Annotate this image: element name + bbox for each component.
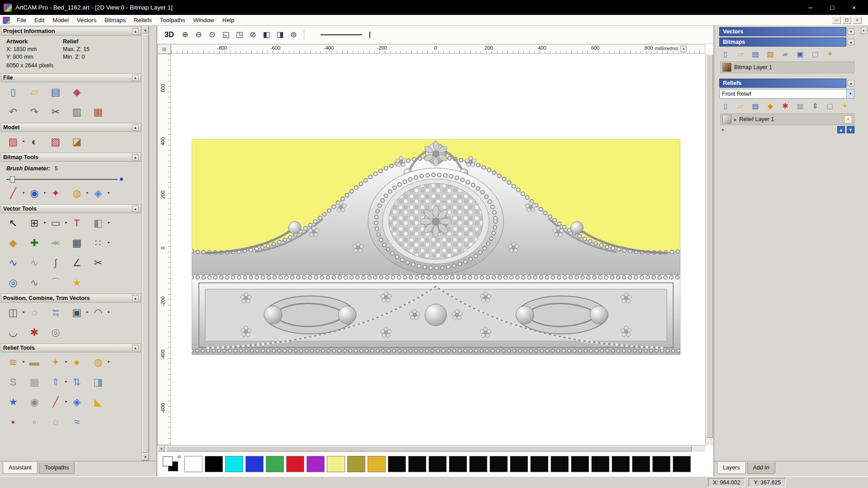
edit-colours-icon[interactable]: ▣	[795, 49, 806, 60]
collapse-section-icon[interactable]: ▲	[132, 295, 139, 301]
menu-item[interactable]: File	[13, 15, 30, 25]
zoom-box-icon[interactable]: ◱	[220, 29, 231, 41]
create-text-icon[interactable]: T	[69, 216, 85, 231]
create-ring-icon[interactable]: ◎	[5, 275, 21, 291]
line-width-widget[interactable]	[321, 32, 370, 38]
relief-select[interactable]: Front Relief ▼	[719, 89, 854, 99]
paint-brush-icon[interactable]: ╱▸	[5, 186, 21, 201]
flyout-arrow-icon[interactable]: ▸	[44, 191, 46, 195]
menu-item[interactable]: Edit	[30, 15, 48, 25]
primary-colour[interactable]	[163, 456, 173, 466]
mdi-minimize-button[interactable]: ─	[832, 16, 841, 24]
layer-visibility-bulb-icon[interactable]: ✦	[844, 115, 852, 123]
canvas-vertical-scrollbar[interactable]	[705, 54, 713, 445]
angled-plane-icon[interactable]: ◣	[90, 394, 106, 410]
palette-swatch-11[interactable]	[408, 456, 426, 472]
mdi-close-button[interactable]: ×	[853, 16, 862, 24]
center-in-page-icon[interactable]: ◌	[27, 305, 42, 320]
collapse-section-icon[interactable]: ▲	[132, 154, 139, 160]
save-bitmap-icon[interactable]: ▤	[750, 49, 761, 60]
maximize-button[interactable]: □	[822, 1, 843, 14]
palette-swatch-2[interactable]	[225, 456, 243, 472]
scrollbar-thumb[interactable]	[706, 55, 713, 438]
open-bitmap-icon[interactable]: ▱	[735, 49, 746, 60]
wrap-vectors-icon[interactable]: ◆	[5, 235, 21, 251]
adjust-model-icon[interactable]: ◐	[27, 134, 42, 150]
select-vectors-icon[interactable]: ↖	[5, 216, 21, 231]
palette-swatch-21[interactable]	[612, 456, 630, 472]
menu-item[interactable]: Help	[218, 15, 239, 25]
palette-swatch-24[interactable]	[673, 456, 691, 472]
fit-arcs-icon[interactable]: ∠	[69, 255, 85, 271]
palette-swatch-0[interactable]	[184, 456, 203, 472]
snap-grid-icon[interactable]: ∷▸	[90, 235, 106, 251]
new-relief-icon[interactable]: ▯	[720, 101, 731, 112]
mdi-restore-button[interactable]: ⊡	[842, 16, 851, 24]
flyout-arrow-icon[interactable]: ▸	[23, 360, 25, 364]
tab-add-in[interactable]: Add In	[747, 462, 775, 474]
brush-diameter-slider[interactable]	[6, 176, 136, 183]
greyscale-relief-icon[interactable]: ▦	[795, 101, 806, 112]
import-export-icon[interactable]: ◆	[69, 84, 85, 100]
new-model-icon[interactable]: ▯	[5, 84, 21, 100]
sketch-polyline-icon[interactable]: ∿	[27, 275, 42, 291]
palette-swatch-7[interactable]	[327, 456, 345, 472]
move-layer-up-icon[interactable]: ▲	[837, 126, 845, 133]
collapse-section-icon[interactable]: ▲	[132, 124, 139, 131]
weld-vectors-icon[interactable]: ◡	[5, 325, 21, 340]
expander-icon[interactable]: ▸	[734, 117, 736, 122]
scale-relief-icon[interactable]: ⇕	[810, 101, 821, 112]
flyout-arrow-icon[interactable]: ▸	[108, 310, 110, 314]
add-draft-icon[interactable]: ▨	[48, 134, 63, 150]
weave-wizard-icon[interactable]: ▦	[27, 375, 42, 390]
extra-relief-tool-1-icon[interactable]: ▪	[5, 414, 21, 430]
tab-toolpaths[interactable]: Toolpaths	[39, 462, 75, 474]
create-rectangle-icon[interactable]: ▭▸	[48, 216, 63, 231]
bitmap-layer-name[interactable]: Bitmap Layer 1	[734, 64, 772, 70]
open-file-icon[interactable]: ▱	[27, 84, 42, 100]
collapse-section-icon[interactable]: ▲	[132, 206, 139, 212]
menu-item[interactable]: Bitmaps	[100, 15, 130, 25]
zoom-previous-icon[interactable]: ⊘	[247, 29, 259, 41]
zoom-100-icon[interactable]: ⊚	[288, 29, 299, 41]
flyout-arrow-icon[interactable]: ▸	[108, 221, 110, 225]
flyout-arrow-icon[interactable]: ▸	[108, 360, 110, 364]
zoom-object-icon[interactable]: ⊙	[206, 29, 218, 41]
sculpt-icon[interactable]: ▬	[27, 355, 42, 370]
relief-layer-name[interactable]: Relief Layer 1	[739, 116, 774, 122]
palette-swatch-16[interactable]	[510, 456, 528, 472]
palette-swatch-19[interactable]	[571, 456, 589, 472]
star-relief-icon[interactable]: ★	[5, 394, 21, 410]
zoom-in-icon[interactable]: ⊕	[179, 29, 191, 41]
menu-item[interactable]: Reliefs	[130, 15, 156, 25]
open-relief-icon[interactable]: ▱	[735, 101, 746, 112]
swirl-relief-icon[interactable]: ◉	[27, 394, 42, 410]
palette-swatch-6[interactable]	[307, 456, 325, 472]
menu-item[interactable]: Model	[48, 15, 72, 25]
reduce-colours-icon[interactable]: ◈▸	[90, 186, 106, 201]
drawing-canvas[interactable]	[171, 54, 705, 445]
palette-swatch-3[interactable]	[245, 456, 264, 472]
palette-swatch-8[interactable]	[347, 456, 365, 472]
menu-item[interactable]: Toolpaths	[156, 15, 189, 25]
palette-swatch-5[interactable]	[286, 456, 304, 472]
collapse-bitmaps-icon[interactable]: ▲	[848, 39, 854, 45]
palette-swatch-22[interactable]	[632, 456, 650, 472]
scroll-up-icon[interactable]: ▲	[142, 26, 149, 33]
relief-layer-row[interactable]: ▸ Relief Layer 1 ✦	[720, 113, 854, 125]
load-image-icon[interactable]: ◪	[69, 134, 85, 150]
merge-bitmap-icon[interactable]: ▨	[765, 49, 776, 60]
close-button[interactable]: ×	[844, 1, 864, 14]
paste-icon[interactable]: ▦	[90, 104, 106, 120]
cut-icon[interactable]: ✂	[48, 104, 63, 120]
add-relief-icon[interactable]: ✦▸	[48, 355, 63, 370]
sculpting-icon[interactable]: S	[5, 375, 21, 390]
panel-collapse-icon[interactable]: ▸	[861, 27, 867, 34]
menu-item[interactable]: Vectors	[73, 15, 100, 25]
flyout-arrow-icon[interactable]: ▸	[44, 221, 46, 225]
align-vectors-icon[interactable]: ◫▸	[5, 305, 21, 320]
create-arc-icon[interactable]: ∫	[48, 255, 63, 271]
page-preview-left-icon[interactable]: ◧	[260, 29, 272, 41]
chevron-down-icon[interactable]: ▼	[846, 89, 854, 98]
new-bitmap-icon[interactable]: ▯	[720, 49, 731, 60]
